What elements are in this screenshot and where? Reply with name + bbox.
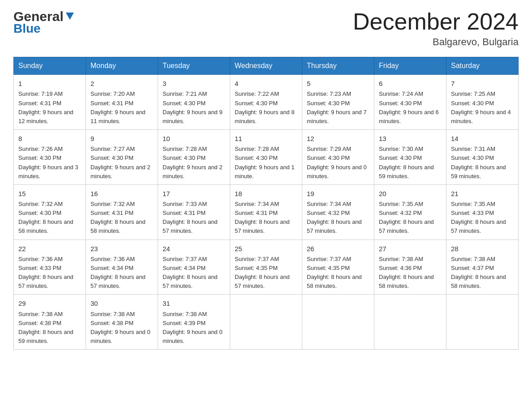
day-info: Sunrise: 7:37 AMSunset: 4:35 PMDaylight:… bbox=[235, 256, 290, 289]
table-row: 10 Sunrise: 7:28 AMSunset: 4:30 PMDaylig… bbox=[158, 130, 230, 185]
col-tuesday: Tuesday bbox=[158, 57, 230, 75]
day-info: Sunrise: 7:27 AMSunset: 4:30 PMDaylight:… bbox=[90, 146, 150, 179]
logo: General Blue bbox=[13, 9, 75, 36]
table-row: 30 Sunrise: 7:38 AMSunset: 4:38 PMDaylig… bbox=[86, 295, 158, 350]
col-saturday: Saturday bbox=[446, 57, 519, 75]
day-number: 23 bbox=[90, 244, 153, 254]
table-row: 14 Sunrise: 7:31 AMSunset: 4:30 PMDaylig… bbox=[446, 130, 519, 185]
day-info: Sunrise: 7:30 AMSunset: 4:30 PMDaylight:… bbox=[379, 146, 434, 179]
day-number: 7 bbox=[451, 78, 514, 89]
day-number: 6 bbox=[379, 78, 442, 89]
calendar-week-row: 8 Sunrise: 7:26 AMSunset: 4:30 PMDayligh… bbox=[14, 130, 519, 185]
day-info: Sunrise: 7:31 AMSunset: 4:30 PMDaylight:… bbox=[451, 146, 506, 179]
day-info: Sunrise: 7:26 AMSunset: 4:30 PMDaylight:… bbox=[18, 146, 78, 179]
title-block: December 2024 Balgarevo, Bulgaria bbox=[353, 9, 519, 48]
day-number: 4 bbox=[235, 78, 297, 89]
day-info: Sunrise: 7:24 AMSunset: 4:30 PMDaylight:… bbox=[379, 90, 439, 124]
col-monday: Monday bbox=[86, 57, 158, 75]
table-row: 20 Sunrise: 7:35 AMSunset: 4:32 PMDaylig… bbox=[374, 184, 446, 240]
day-number: 5 bbox=[307, 78, 369, 89]
day-number: 2 bbox=[90, 78, 153, 89]
day-info: Sunrise: 7:23 AMSunset: 4:30 PMDaylight:… bbox=[307, 90, 367, 124]
table-row: 22 Sunrise: 7:36 AMSunset: 4:33 PMDaylig… bbox=[14, 240, 86, 295]
calendar-week-row: 1 Sunrise: 7:19 AMSunset: 4:31 PMDayligh… bbox=[14, 75, 519, 130]
day-info: Sunrise: 7:32 AMSunset: 4:31 PMDaylight:… bbox=[90, 201, 146, 234]
table-row: 29 Sunrise: 7:38 AMSunset: 4:38 PMDaylig… bbox=[14, 295, 86, 350]
day-info: Sunrise: 7:37 AMSunset: 4:35 PMDaylight:… bbox=[307, 256, 362, 289]
table-row bbox=[446, 295, 519, 350]
table-row bbox=[230, 295, 302, 350]
day-number: 11 bbox=[235, 133, 297, 144]
day-number: 17 bbox=[163, 188, 225, 199]
day-number: 14 bbox=[451, 133, 514, 144]
day-number: 9 bbox=[90, 133, 153, 144]
page-header: General Blue December 2024 Balgarevo, Bu… bbox=[13, 9, 519, 48]
table-row: 9 Sunrise: 7:27 AMSunset: 4:30 PMDayligh… bbox=[86, 130, 158, 185]
day-number: 8 bbox=[18, 133, 81, 144]
day-number: 22 bbox=[18, 244, 81, 254]
table-row: 11 Sunrise: 7:28 AMSunset: 4:30 PMDaylig… bbox=[230, 130, 302, 185]
table-row: 21 Sunrise: 7:35 AMSunset: 4:33 PMDaylig… bbox=[446, 184, 519, 240]
table-row: 12 Sunrise: 7:29 AMSunset: 4:30 PMDaylig… bbox=[302, 130, 374, 185]
table-row: 5 Sunrise: 7:23 AMSunset: 4:30 PMDayligh… bbox=[302, 75, 374, 130]
col-wednesday: Wednesday bbox=[230, 57, 302, 75]
logo-blue-text: Blue bbox=[13, 21, 41, 36]
day-number: 15 bbox=[18, 188, 81, 199]
table-row: 27 Sunrise: 7:38 AMSunset: 4:36 PMDaylig… bbox=[374, 240, 446, 295]
day-number: 20 bbox=[379, 188, 442, 199]
calendar-week-row: 22 Sunrise: 7:36 AMSunset: 4:33 PMDaylig… bbox=[14, 240, 519, 295]
day-info: Sunrise: 7:28 AMSunset: 4:30 PMDaylight:… bbox=[163, 146, 223, 179]
day-info: Sunrise: 7:38 AMSunset: 4:38 PMDaylight:… bbox=[90, 311, 150, 344]
day-info: Sunrise: 7:36 AMSunset: 4:33 PMDaylight:… bbox=[18, 256, 73, 289]
table-row bbox=[302, 295, 374, 350]
day-info: Sunrise: 7:33 AMSunset: 4:31 PMDaylight:… bbox=[163, 201, 218, 234]
day-info: Sunrise: 7:21 AMSunset: 4:30 PMDaylight:… bbox=[163, 90, 223, 124]
day-number: 19 bbox=[307, 188, 369, 199]
day-info: Sunrise: 7:19 AMSunset: 4:31 PMDaylight:… bbox=[18, 90, 73, 124]
day-info: Sunrise: 7:32 AMSunset: 4:30 PMDaylight:… bbox=[18, 201, 73, 234]
day-info: Sunrise: 7:25 AMSunset: 4:30 PMDaylight:… bbox=[451, 90, 511, 124]
day-number: 10 bbox=[163, 133, 225, 144]
day-number: 29 bbox=[18, 298, 81, 308]
table-row: 26 Sunrise: 7:37 AMSunset: 4:35 PMDaylig… bbox=[302, 240, 374, 295]
day-number: 31 bbox=[163, 298, 225, 308]
day-info: Sunrise: 7:38 AMSunset: 4:36 PMDaylight:… bbox=[379, 256, 434, 289]
svg-marker-0 bbox=[66, 13, 74, 20]
calendar-table: Sunday Monday Tuesday Wednesday Thursday… bbox=[13, 57, 519, 350]
day-number: 18 bbox=[235, 188, 297, 199]
day-info: Sunrise: 7:35 AMSunset: 4:32 PMDaylight:… bbox=[379, 201, 434, 234]
table-row: 3 Sunrise: 7:21 AMSunset: 4:30 PMDayligh… bbox=[158, 75, 230, 130]
col-thursday: Thursday bbox=[302, 57, 374, 75]
month-title: December 2024 bbox=[353, 9, 519, 34]
day-number: 16 bbox=[90, 188, 153, 199]
table-row: 6 Sunrise: 7:24 AMSunset: 4:30 PMDayligh… bbox=[374, 75, 446, 130]
day-info: Sunrise: 7:29 AMSunset: 4:30 PMDaylight:… bbox=[307, 146, 367, 179]
table-row: 23 Sunrise: 7:36 AMSunset: 4:34 PMDaylig… bbox=[86, 240, 158, 295]
day-info: Sunrise: 7:20 AMSunset: 4:31 PMDaylight:… bbox=[90, 90, 146, 124]
day-number: 24 bbox=[163, 244, 225, 254]
day-number: 28 bbox=[451, 244, 514, 254]
day-info: Sunrise: 7:35 AMSunset: 4:33 PMDaylight:… bbox=[451, 201, 506, 234]
table-row: 2 Sunrise: 7:20 AMSunset: 4:31 PMDayligh… bbox=[86, 75, 158, 130]
table-row: 7 Sunrise: 7:25 AMSunset: 4:30 PMDayligh… bbox=[446, 75, 519, 130]
table-row: 16 Sunrise: 7:32 AMSunset: 4:31 PMDaylig… bbox=[86, 184, 158, 240]
day-info: Sunrise: 7:37 AMSunset: 4:34 PMDaylight:… bbox=[163, 256, 218, 289]
calendar-week-row: 29 Sunrise: 7:38 AMSunset: 4:38 PMDaylig… bbox=[14, 295, 519, 350]
day-number: 21 bbox=[451, 188, 514, 199]
table-row: 25 Sunrise: 7:37 AMSunset: 4:35 PMDaylig… bbox=[230, 240, 302, 295]
table-row: 15 Sunrise: 7:32 AMSunset: 4:30 PMDaylig… bbox=[14, 184, 86, 240]
table-row: 19 Sunrise: 7:34 AMSunset: 4:32 PMDaylig… bbox=[302, 184, 374, 240]
table-row: 4 Sunrise: 7:22 AMSunset: 4:30 PMDayligh… bbox=[230, 75, 302, 130]
day-number: 25 bbox=[235, 244, 297, 254]
day-info: Sunrise: 7:38 AMSunset: 4:38 PMDaylight:… bbox=[18, 311, 73, 344]
table-row: 24 Sunrise: 7:37 AMSunset: 4:34 PMDaylig… bbox=[158, 240, 230, 295]
table-row: 18 Sunrise: 7:34 AMSunset: 4:31 PMDaylig… bbox=[230, 184, 302, 240]
day-info: Sunrise: 7:38 AMSunset: 4:39 PMDaylight:… bbox=[163, 311, 223, 344]
table-row bbox=[374, 295, 446, 350]
table-row: 1 Sunrise: 7:19 AMSunset: 4:31 PMDayligh… bbox=[14, 75, 86, 130]
calendar-week-row: 15 Sunrise: 7:32 AMSunset: 4:30 PMDaylig… bbox=[14, 184, 519, 240]
day-number: 12 bbox=[307, 133, 369, 144]
day-number: 3 bbox=[163, 78, 225, 89]
day-number: 13 bbox=[379, 133, 442, 144]
day-number: 1 bbox=[18, 78, 81, 89]
